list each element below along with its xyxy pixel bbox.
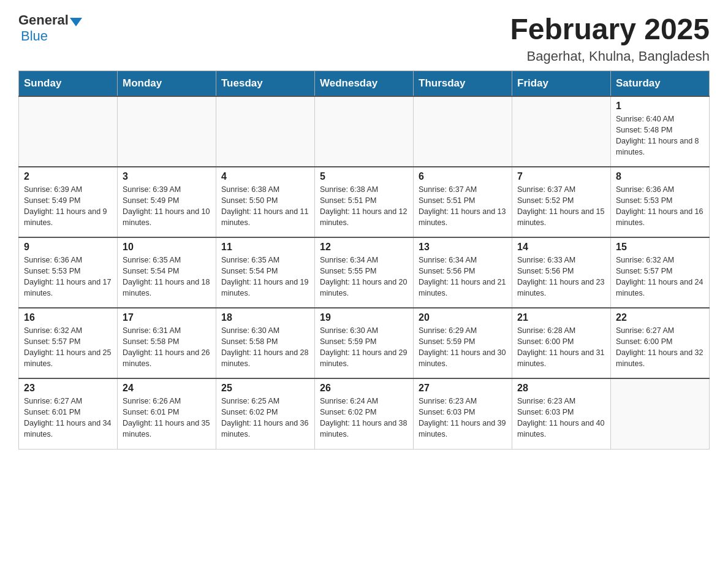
day-info: Sunrise: 6:37 AM Sunset: 5:51 PM Dayligh…: [419, 184, 507, 229]
day-info: Sunrise: 6:30 AM Sunset: 5:59 PM Dayligh…: [320, 325, 408, 370]
calendar-table: SundayMondayTuesdayWednesdayThursdayFrid…: [18, 71, 710, 450]
day-info: Sunrise: 6:35 AM Sunset: 5:54 PM Dayligh…: [123, 255, 211, 299]
title-block: February 2025 Bagerhat, Khulna, Banglade…: [510, 12, 710, 64]
day-number: 28: [517, 383, 605, 394]
day-info: Sunrise: 6:37 AM Sunset: 5:52 PM Dayligh…: [517, 184, 605, 229]
weekday-header-row: SundayMondayTuesdayWednesdayThursdayFrid…: [19, 71, 710, 97]
day-number: 19: [320, 312, 408, 323]
weekday-header-thursday: Thursday: [414, 71, 512, 97]
calendar-cell: 10Sunrise: 6:35 AM Sunset: 5:54 PM Dayli…: [118, 237, 216, 308]
day-info: Sunrise: 6:32 AM Sunset: 5:57 PM Dayligh…: [616, 255, 704, 299]
day-info: Sunrise: 6:26 AM Sunset: 6:01 PM Dayligh…: [123, 396, 211, 440]
day-number: 27: [419, 383, 507, 394]
day-number: 15: [616, 242, 704, 253]
day-info: Sunrise: 6:34 AM Sunset: 5:56 PM Dayligh…: [419, 255, 507, 299]
day-number: 4: [221, 171, 309, 182]
day-info: Sunrise: 6:38 AM Sunset: 5:51 PM Dayligh…: [320, 184, 408, 229]
week-row-1: 1Sunrise: 6:40 AM Sunset: 5:48 PM Daylig…: [19, 96, 710, 167]
day-number: 24: [123, 383, 211, 394]
day-number: 3: [123, 171, 211, 182]
logo-arrow-icon: [70, 18, 82, 26]
day-info: Sunrise: 6:29 AM Sunset: 5:59 PM Dayligh…: [419, 325, 507, 370]
weekday-header-sunday: Sunday: [19, 71, 118, 97]
day-number: 25: [221, 383, 309, 394]
day-info: Sunrise: 6:40 AM Sunset: 5:48 PM Dayligh…: [616, 113, 704, 158]
month-title: February 2025: [510, 12, 710, 46]
location-subtitle: Bagerhat, Khulna, Bangladesh: [510, 48, 710, 64]
calendar-cell: [315, 96, 414, 167]
weekday-header-monday: Monday: [118, 71, 216, 97]
day-info: Sunrise: 6:31 AM Sunset: 5:58 PM Dayligh…: [123, 325, 211, 370]
weekday-header-wednesday: Wednesday: [315, 71, 414, 97]
calendar-cell: 1Sunrise: 6:40 AM Sunset: 5:48 PM Daylig…: [611, 96, 710, 167]
day-info: Sunrise: 6:34 AM Sunset: 5:55 PM Dayligh…: [320, 255, 408, 299]
weekday-header-saturday: Saturday: [611, 71, 710, 97]
day-number: 8: [616, 171, 704, 182]
day-number: 9: [24, 242, 112, 253]
day-number: 21: [517, 312, 605, 323]
calendar-cell: 13Sunrise: 6:34 AM Sunset: 5:56 PM Dayli…: [414, 237, 512, 308]
calendar-cell: [611, 378, 710, 449]
day-info: Sunrise: 6:24 AM Sunset: 6:02 PM Dayligh…: [320, 396, 408, 440]
day-number: 22: [616, 312, 704, 323]
calendar-cell: 3Sunrise: 6:39 AM Sunset: 5:49 PM Daylig…: [118, 167, 216, 237]
weekday-header-friday: Friday: [512, 71, 611, 97]
calendar-cell: 25Sunrise: 6:25 AM Sunset: 6:02 PM Dayli…: [216, 378, 315, 449]
calendar-cell: 4Sunrise: 6:38 AM Sunset: 5:50 PM Daylig…: [216, 167, 315, 237]
logo-general-text: General: [18, 12, 69, 28]
day-info: Sunrise: 6:28 AM Sunset: 6:00 PM Dayligh…: [517, 325, 605, 370]
calendar-cell: 12Sunrise: 6:34 AM Sunset: 5:55 PM Dayli…: [315, 237, 414, 308]
calendar-cell: 20Sunrise: 6:29 AM Sunset: 5:59 PM Dayli…: [414, 308, 512, 378]
day-number: 23: [24, 383, 112, 394]
day-info: Sunrise: 6:27 AM Sunset: 6:00 PM Dayligh…: [616, 325, 704, 370]
week-row-4: 16Sunrise: 6:32 AM Sunset: 5:57 PM Dayli…: [19, 308, 710, 378]
calendar-cell: 14Sunrise: 6:33 AM Sunset: 5:56 PM Dayli…: [512, 237, 611, 308]
day-number: 10: [123, 242, 211, 253]
day-number: 6: [419, 171, 507, 182]
day-info: Sunrise: 6:39 AM Sunset: 5:49 PM Dayligh…: [123, 184, 211, 229]
day-number: 5: [320, 171, 408, 182]
day-number: 20: [419, 312, 507, 323]
day-number: 13: [419, 242, 507, 253]
calendar-cell: 19Sunrise: 6:30 AM Sunset: 5:59 PM Dayli…: [315, 308, 414, 378]
logo-blue-text: Blue: [21, 28, 48, 44]
day-number: 1: [616, 101, 704, 112]
calendar-cell: 5Sunrise: 6:38 AM Sunset: 5:51 PM Daylig…: [315, 167, 414, 237]
day-info: Sunrise: 6:39 AM Sunset: 5:49 PM Dayligh…: [24, 184, 112, 229]
calendar-cell: 23Sunrise: 6:27 AM Sunset: 6:01 PM Dayli…: [19, 378, 118, 449]
calendar-cell: [414, 96, 512, 167]
week-row-2: 2Sunrise: 6:39 AM Sunset: 5:49 PM Daylig…: [19, 167, 710, 237]
day-info: Sunrise: 6:30 AM Sunset: 5:58 PM Dayligh…: [221, 325, 309, 370]
week-row-3: 9Sunrise: 6:36 AM Sunset: 5:53 PM Daylig…: [19, 237, 710, 308]
day-number: 14: [517, 242, 605, 253]
calendar-cell: [512, 96, 611, 167]
day-info: Sunrise: 6:32 AM Sunset: 5:57 PM Dayligh…: [24, 325, 112, 370]
day-number: 18: [221, 312, 309, 323]
page-header: General Blue February 2025 Bagerhat, Khu…: [18, 12, 710, 64]
day-info: Sunrise: 6:36 AM Sunset: 5:53 PM Dayligh…: [24, 255, 112, 299]
day-number: 2: [24, 171, 112, 182]
calendar-cell: 17Sunrise: 6:31 AM Sunset: 5:58 PM Dayli…: [118, 308, 216, 378]
day-info: Sunrise: 6:33 AM Sunset: 5:56 PM Dayligh…: [517, 255, 605, 299]
day-info: Sunrise: 6:36 AM Sunset: 5:53 PM Dayligh…: [616, 184, 704, 229]
day-info: Sunrise: 6:23 AM Sunset: 6:03 PM Dayligh…: [419, 396, 507, 440]
calendar-cell: 27Sunrise: 6:23 AM Sunset: 6:03 PM Dayli…: [414, 378, 512, 449]
calendar-cell: 9Sunrise: 6:36 AM Sunset: 5:53 PM Daylig…: [19, 237, 118, 308]
calendar-cell: 2Sunrise: 6:39 AM Sunset: 5:49 PM Daylig…: [19, 167, 118, 237]
calendar-cell: 26Sunrise: 6:24 AM Sunset: 6:02 PM Dayli…: [315, 378, 414, 449]
day-number: 7: [517, 171, 605, 182]
week-row-5: 23Sunrise: 6:27 AM Sunset: 6:01 PM Dayli…: [19, 378, 710, 449]
day-info: Sunrise: 6:23 AM Sunset: 6:03 PM Dayligh…: [517, 396, 605, 440]
day-info: Sunrise: 6:25 AM Sunset: 6:02 PM Dayligh…: [221, 396, 309, 440]
logo: General Blue: [18, 12, 83, 44]
day-number: 16: [24, 312, 112, 323]
calendar-cell: 6Sunrise: 6:37 AM Sunset: 5:51 PM Daylig…: [414, 167, 512, 237]
day-info: Sunrise: 6:27 AM Sunset: 6:01 PM Dayligh…: [24, 396, 112, 440]
calendar-cell: [118, 96, 216, 167]
calendar-cell: [19, 96, 118, 167]
calendar-cell: 22Sunrise: 6:27 AM Sunset: 6:00 PM Dayli…: [611, 308, 710, 378]
calendar-cell: 21Sunrise: 6:28 AM Sunset: 6:00 PM Dayli…: [512, 308, 611, 378]
calendar-cell: [216, 96, 315, 167]
calendar-cell: 7Sunrise: 6:37 AM Sunset: 5:52 PM Daylig…: [512, 167, 611, 237]
calendar-cell: 28Sunrise: 6:23 AM Sunset: 6:03 PM Dayli…: [512, 378, 611, 449]
